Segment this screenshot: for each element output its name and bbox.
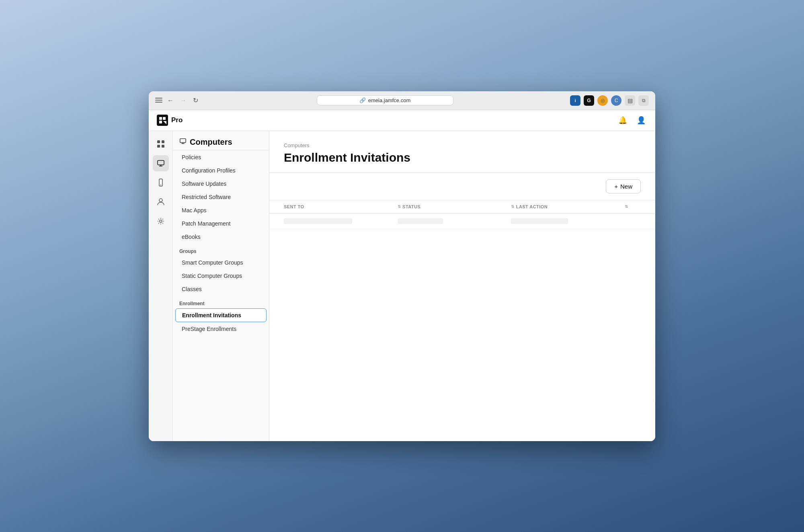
nav-rail [149,131,173,441]
url-text: emeia.jamfce.com [368,97,410,103]
notifications-button[interactable]: 🔔 [617,114,629,126]
extension-icon-1[interactable]: ◎ [597,95,608,106]
svg-rect-6 [162,145,164,148]
address-bar: 🔗 emeia.jamfce.com [205,95,565,105]
app-name: Pro [171,116,183,124]
col-status[interactable]: ⇅ STATUS [398,204,511,209]
nav-rail-item-devices[interactable] [153,175,169,191]
extension-icon-2[interactable]: C [611,95,621,106]
svg-point-10 [159,199,162,202]
svg-rect-7 [158,160,164,165]
svg-rect-0 [159,117,162,120]
svg-point-11 [160,220,162,222]
svg-rect-1 [163,117,166,120]
table-row-loading [269,214,655,229]
forward-button[interactable]: → [178,97,188,105]
svg-rect-12 [180,138,186,142]
sidebar-item-software-updates[interactable]: Software Updates [175,177,267,190]
address-pill[interactable]: 🔗 emeia.jamfce.com [317,95,453,105]
password-manager-icon[interactable]: i [570,95,580,106]
sidebar-section-title: Computers [190,138,232,147]
sort-icon-actions: ⇅ [625,204,628,209]
content-table: SENT TO ⇅ STATUS ⇅ LAST ACTION ⇅ [269,200,655,441]
browser-actions: i G ◎ C ▤ ⧉ [570,95,649,106]
grammarly-icon[interactable]: G [584,95,594,106]
sidebar-item-configuration-profiles[interactable]: Configuration Profiles [175,164,267,177]
table-header: SENT TO ⇅ STATUS ⇅ LAST ACTION ⇅ [269,200,655,214]
app-header-actions: 🔔 👤 [617,114,647,126]
new-button-label: New [620,183,632,190]
app-header: Pro 🔔 👤 [149,110,655,131]
sidebar-item-mac-apps[interactable]: Mac Apps [175,204,267,217]
nav-rail-item-dashboard[interactable] [153,136,169,152]
nav-rail-item-computers[interactable] [153,155,169,171]
browser-window: ← → ↻ 🔗 emeia.jamfce.com i G ◎ C ▤ ⧉ [149,91,655,441]
page-title: Enrollment Invitations [284,151,641,164]
nav-rail-item-settings[interactable] [153,213,169,229]
browser-controls: ← → ↻ [155,97,200,105]
split-view-icon[interactable]: ⧉ [638,95,649,106]
nav-rail-item-users[interactable] [153,194,169,210]
loading-cell-3 [511,218,568,224]
sidebar-item-policies[interactable]: Policies [175,151,267,164]
content-header: Computers Enrollment Invitations [269,131,655,173]
svg-rect-5 [157,145,160,148]
sidebar-computers-icon [179,138,187,147]
svg-rect-2 [159,121,162,123]
sidebar-item-prestage-enrollments[interactable]: PreStage Enrollments [175,322,267,335]
loading-cell-2 [398,218,443,224]
svg-point-9 [160,185,161,185]
app-container: Pro 🔔 👤 [149,110,655,441]
sidebar-item-smart-computer-groups[interactable]: Smart Computer Groups [175,256,267,269]
extension-icon-3[interactable]: ▤ [625,95,635,106]
col-actions-header[interactable]: ⇅ [625,204,641,209]
lock-icon: 🔗 [359,97,366,103]
svg-rect-3 [157,140,160,143]
sidebar-item-classes[interactable]: Classes [175,283,267,296]
sidebar-item-static-computer-groups[interactable]: Static Computer Groups [175,269,267,282]
enrollment-label: Enrollment [173,296,269,308]
main-layout: Computers Policies Configuration Profile… [149,131,655,441]
col-sent-to: SENT TO [284,204,398,209]
plus-icon: + [614,183,618,190]
new-button[interactable]: + New [606,179,641,193]
sidebar: Computers Policies Configuration Profile… [173,131,269,441]
sidebar-item-patch-management[interactable]: Patch Management [175,217,267,230]
sidebar-title: Computers [173,131,269,150]
content-area: Computers Enrollment Invitations + New S… [269,131,655,441]
sort-icon-status: ⇅ [398,204,401,209]
sidebar-toggle-btn[interactable] [155,98,162,103]
browser-chrome: ← → ↻ 🔗 emeia.jamfce.com i G ◎ C ▤ ⧉ [149,91,655,110]
refresh-button[interactable]: ↻ [191,97,200,105]
sidebar-item-enrollment-invitations[interactable]: Enrollment Invitations [175,308,267,322]
content-toolbar: + New [269,173,655,200]
app-logo: Pro [157,115,183,126]
logo-icon [157,115,168,126]
profile-button[interactable]: 👤 [635,114,647,126]
sidebar-item-restricted-software[interactable]: Restricted Software [175,191,267,203]
loading-cell-1 [284,218,352,224]
sidebar-item-ebooks[interactable]: eBooks [175,230,267,243]
svg-rect-4 [162,140,164,143]
groups-label: Groups [173,244,269,256]
sort-icon-last-action: ⇅ [511,204,514,209]
back-button[interactable]: ← [166,97,175,105]
breadcrumb: Computers [284,142,641,148]
col-last-action[interactable]: ⇅ LAST ACTION [511,204,625,209]
